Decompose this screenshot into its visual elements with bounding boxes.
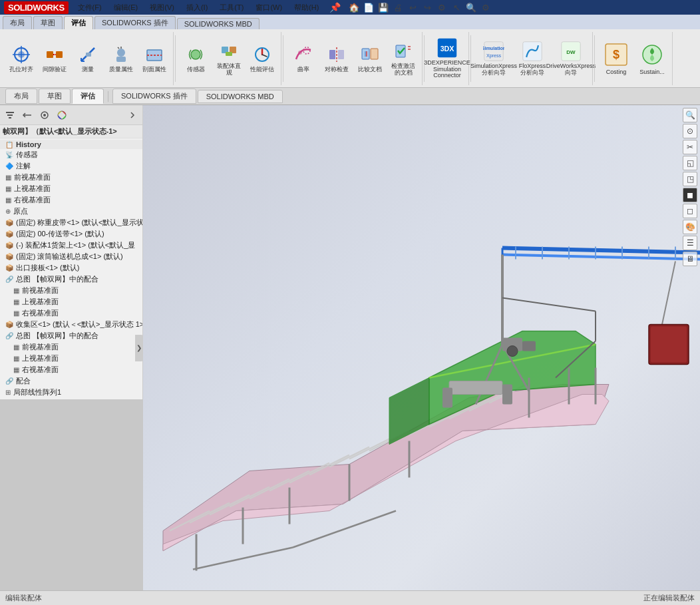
sec-tab-swplugins[interactable]: SOLIDWORKS 插件 xyxy=(112,89,196,104)
tree-conveyor1-label: (固定) 00-传送带<1> (默认) xyxy=(16,229,104,239)
tree-sub-right-plane[interactable]: ▦ 右视基准面 xyxy=(0,307,142,319)
tree-front-plane[interactable]: ▦ 前视基准面 xyxy=(0,172,142,183)
btn-performance-label: 性能评估 xyxy=(250,67,274,73)
vp-btn-cut[interactable]: ✂ xyxy=(683,140,697,154)
tree-sensor-label: 传感器 xyxy=(16,150,38,160)
btn-driveworks[interactable]: DW DriveWorksXpress向导 xyxy=(552,37,590,80)
sec-tab-layout[interactable]: 布局 xyxy=(5,89,37,104)
svg-line-81 xyxy=(502,248,700,255)
panel-collapse-btn[interactable]: ❯ xyxy=(135,335,143,361)
sec-tab-evaluate[interactable]: 评估 xyxy=(72,89,104,104)
btn-assembly-visual[interactable]: 装配体直观 xyxy=(213,37,245,80)
qt-cursor[interactable]: ↖ xyxy=(450,1,463,14)
tree-belt1[interactable]: 📦 (固定) 称重皮带<1> (默认<默认_显示状 xyxy=(0,217,142,228)
menu-help[interactable]: 帮助(H) xyxy=(289,1,324,14)
btn-section[interactable]: 剖面属性 xyxy=(138,37,170,80)
btn-check-active[interactable]: 检查激活的文档 xyxy=(387,37,419,80)
tree-outlet[interactable]: 📦 出口接板<1> (默认) xyxy=(0,262,142,274)
qt-open[interactable]: 📄 xyxy=(362,1,375,14)
menu-tools[interactable]: 工具(T) xyxy=(214,1,249,14)
btn-simxpress[interactable]: SimulationXpress SimulationXpress分析向导 xyxy=(475,37,512,80)
panel-collapse-btn[interactable] xyxy=(20,108,35,122)
ribbon-tab-sketch[interactable]: 草图 xyxy=(33,16,63,29)
sec-tab-sketch[interactable]: 草图 xyxy=(39,89,71,104)
sub-front-plane-icon2: ▦ xyxy=(13,343,19,351)
tree-sub-right-plane2[interactable]: ▦ 右视基准面 xyxy=(0,364,142,375)
ribbon-tab-layout[interactable]: 布局 xyxy=(3,16,32,29)
btn-3dx[interactable]: 3DX 3DEXPERIENCESimulationConnector xyxy=(429,37,466,80)
tree-mate3[interactable]: 🔗 配合 xyxy=(0,375,142,387)
tree-sub-top-plane2[interactable]: ▦ 上视基准面 xyxy=(0,353,142,364)
btn-performance[interactable]: 性能评估 xyxy=(246,37,278,80)
vp-btn-display2[interactable]: ◻ xyxy=(683,204,697,218)
btn-hole-alignment[interactable]: 孔位对齐 xyxy=(5,37,37,80)
btn-compare[interactable]: 比较文档 xyxy=(354,37,386,80)
vp-btn-search[interactable]: 🔍 xyxy=(683,108,697,122)
tree-collect[interactable]: 📦 收集区<1> (默认＜<默认>_显示状态 1> xyxy=(0,319,142,330)
qt-redo[interactable]: ↪ xyxy=(421,1,434,14)
pin-icon[interactable]: 📌 xyxy=(329,2,341,13)
viewport[interactable]: 🔍 ⊙ ✂ ◱ ◳ ◼ ◻ 🎨 ☰ 🖥 xyxy=(143,105,700,590)
vp-btn-view1[interactable]: ◱ xyxy=(683,156,697,170)
qt-zoom[interactable]: 🔍 xyxy=(464,1,478,14)
btn-costing-label: Costing xyxy=(606,69,627,76)
tree-sub-front-plane[interactable]: ▦ 前视基准面 xyxy=(0,285,142,296)
qt-rebuild[interactable]: ⚙ xyxy=(435,1,448,14)
tree-right-plane[interactable]: ▦ 右视基准面 xyxy=(0,194,142,206)
panel-expand-btn[interactable] xyxy=(125,108,140,122)
menu-insert[interactable]: 插入(I) xyxy=(181,1,213,14)
btn-mass[interactable]: 质量属性 xyxy=(105,37,137,80)
vp-btn-display1[interactable]: ◼ xyxy=(683,188,697,202)
ribbon-tab-swplugins[interactable]: SOLIDWORKS 插件 xyxy=(94,16,176,29)
btn-sustain[interactable]: Sustain... xyxy=(635,35,669,83)
tree-assembly1[interactable]: 📦 (-) 装配体1货架上<1> (默认<默认_显 xyxy=(0,240,142,251)
tree-mate2[interactable]: 🔗 总图 【帧双网】中的配合 xyxy=(0,330,142,341)
menu-window[interactable]: 窗口(W) xyxy=(250,1,287,14)
svg-line-14 xyxy=(118,47,119,49)
svg-rect-4 xyxy=(47,51,53,58)
btn-sensor[interactable]: 传感器 xyxy=(180,37,212,80)
tree-conveyor1[interactable]: 📦 (固定) 00-传送带<1> (默认) xyxy=(0,228,142,240)
vp-btn-search2[interactable]: ⊙ xyxy=(683,124,697,138)
qt-new[interactable]: 🏠 xyxy=(347,1,361,14)
qt-print[interactable]: 🖨 xyxy=(391,1,405,14)
tree-roller1[interactable]: 📦 (固定) 滚筒输送机总成<1> (默认) xyxy=(0,251,142,262)
tree-sub-top-plane[interactable]: ▦ 上视基准面 xyxy=(0,296,142,307)
qt-gear[interactable]: ⚙ xyxy=(479,1,492,14)
qt-undo[interactable]: ↩ xyxy=(406,1,419,14)
menu-file[interactable]: 文件(F) xyxy=(73,1,107,14)
btn-curvature[interactable]: 曲率 xyxy=(287,37,319,80)
panel-filter-btn[interactable] xyxy=(3,108,17,122)
vp-btn-view2[interactable]: ◳ xyxy=(683,172,697,186)
menu-view[interactable]: 视图(V) xyxy=(144,1,180,14)
btn-driveworks-label: DriveWorksXpress向导 xyxy=(546,63,596,77)
btn-costing[interactable]: $ Costing xyxy=(599,35,633,83)
btn-clearance[interactable]: 间隙验证 xyxy=(39,37,71,80)
tree-origin[interactable]: ⊕ 原点 xyxy=(0,206,142,217)
tree-mate1-label: 总图 【帧双网】中的配合 xyxy=(16,274,98,284)
tree-mate1[interactable]: 🔗 总图 【帧双网】中的配合 xyxy=(0,274,142,285)
panel-color-btn[interactable] xyxy=(55,108,69,122)
btn-symmetry[interactable]: 对称检查 xyxy=(321,37,353,80)
menu-edit[interactable]: 编辑(E) xyxy=(108,1,144,14)
tree-sub-front-plane2[interactable]: ▦ 前视基准面 xyxy=(0,341,142,353)
btn-measure[interactable]: 测量 xyxy=(72,37,104,80)
ribbon-buttons-costing: $ Costing Sustain... xyxy=(599,33,669,84)
tree-history-label: History xyxy=(16,140,41,148)
tree-pattern[interactable]: ⊞ 局部线性阵列1 xyxy=(0,387,142,398)
ribbon-group-3dx: 3DX 3DEXPERIENCESimulationConnector xyxy=(426,32,469,85)
vp-btn-filter[interactable]: ☰ xyxy=(683,236,697,250)
sec-tab-swmbd[interactable]: SOLIDWORKS MBD xyxy=(198,90,283,103)
qt-save[interactable]: 💾 xyxy=(377,1,390,14)
tree-history[interactable]: 📋 History xyxy=(0,140,142,149)
ribbon-tab-swmbd[interactable]: SOLIDWORKS MBD xyxy=(177,18,260,29)
tree-top-plane[interactable]: ▦ 上视基准面 xyxy=(0,183,142,194)
tree-annotation[interactable]: 🔷 注解 xyxy=(0,160,142,172)
btn-floxpress[interactable]: FloXpress分析向导 xyxy=(514,37,551,80)
tree-header-text: 帧双网】（默认<默认_显示状态-1> xyxy=(3,127,117,135)
panel-center-btn[interactable] xyxy=(37,108,52,122)
vp-btn-color[interactable]: 🎨 xyxy=(683,220,697,234)
ribbon-tab-evaluate[interactable]: 评估 xyxy=(64,16,93,29)
vp-btn-scene[interactable]: 🖥 xyxy=(683,252,697,266)
tree-sensor[interactable]: 📡 传感器 xyxy=(0,149,142,160)
